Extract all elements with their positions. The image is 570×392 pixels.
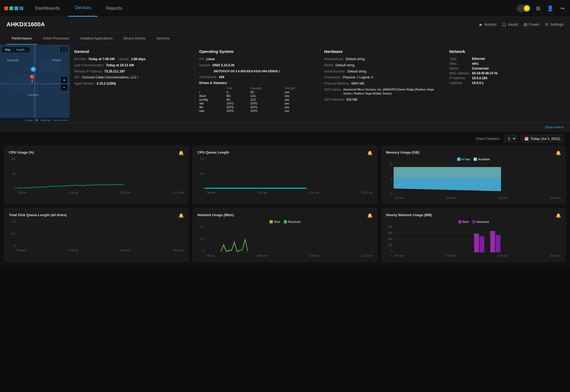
hourly-legend-received: Received <box>472 220 489 223</box>
nav-reports[interactable]: Reports <box>100 0 129 17</box>
arch-value: x64 <box>219 75 224 79</box>
logo-dot-blue1 <box>14 6 18 10</box>
calendar-icon: 📅 <box>524 137 529 141</box>
show-more-bar: Show more ▾ <box>0 123 570 132</box>
last-comm-value: Today at 10:13 AM <box>106 63 134 68</box>
hourly-svg <box>394 226 501 252</box>
grid-icon[interactable]: ⊞ <box>535 4 542 13</box>
tab-device-events[interactable]: Device Events <box>118 32 151 45</box>
svg-rect-34 <box>490 231 495 252</box>
net-legend-sent-label: Sent <box>274 220 280 223</box>
hourly-network-header: Hourly Network Usage (MB) 🔔 <box>386 213 561 218</box>
memory-x-labels: 7:48 am 8:36 am 9:24 am 10:12 am <box>386 197 561 199</box>
date-picker-button[interactable]: 📅 Today (Jul 3, 2022) <box>521 135 564 143</box>
serial-label: Serial Number: <box>324 69 346 74</box>
actions-button[interactable]: ▶ Actions <box>480 22 496 27</box>
map-data-label: Map Data <box>41 119 51 122</box>
hourly-legend-sent-label: Sent <box>463 220 469 223</box>
alias-label: Alias: <box>449 62 470 66</box>
chart-columns-select[interactable]: 3 2 1 <box>504 135 517 142</box>
map-zoom-in[interactable]: + <box>61 77 67 84</box>
general-title: General <box>74 49 190 54</box>
map-google-label: Google <box>25 119 33 122</box>
power-icon: ⏻ <box>524 22 527 27</box>
map-zoom-out[interactable]: − <box>61 84 67 91</box>
agent-label: Agent Version: <box>74 81 95 86</box>
network-usage-wrap: 1.0 0.5 0 <box>197 226 372 253</box>
info-row: Map Satelli... ⛶ 5 Augerville Pioneer 📍 … <box>0 45 570 123</box>
svg-marker-20 <box>394 178 501 191</box>
cpu-queue-bell-icon[interactable]: 🔔 <box>367 150 373 155</box>
memory-value: 6895 MB <box>351 81 364 86</box>
model-value: Default string <box>336 63 355 68</box>
logo <box>4 6 23 10</box>
settings-gear-icon: ⚙ <box>545 22 548 27</box>
chart-columns-label: Chart Columns: <box>476 137 500 141</box>
tab-active-processes[interactable]: Active Processes <box>37 32 75 45</box>
network-usage-svg <box>205 226 312 252</box>
processors-label: Processors: <box>324 75 341 80</box>
nav-devices[interactable]: Devices <box>68 0 97 17</box>
drives-table: Free Capacity Encrypt /03Gyes/boot8G11Gy… <box>199 86 315 113</box>
network-usage-y: 1.0 0.5 0 <box>197 226 205 252</box>
isp-info-icon[interactable]: ℹ <box>137 75 139 79</box>
tab-services[interactable]: Services <box>151 32 175 45</box>
drive-row: /etc107G107Gyes <box>199 101 315 105</box>
cpu-usage-chart-wrap: 100 50 0 <box>9 158 184 191</box>
settings-button[interactable]: ⚙ Settings <box>545 22 564 27</box>
power-button[interactable]: ⏻ Power <box>524 22 540 27</box>
hourly-legend-sent: Sent <box>458 220 469 223</box>
memory-legend: In Use Available <box>386 158 561 161</box>
device-actions: ▶ Actions 🎧 Assist ⏻ Power ⚙ Settings <box>480 22 564 27</box>
map-fullscreen-icon[interactable]: ⛶ <box>60 47 67 52</box>
map-pin: 📍 <box>27 74 37 84</box>
gateway-label: Gateway: <box>449 81 470 85</box>
hourly-network-bell-icon[interactable]: 🔔 <box>556 213 561 218</box>
net-legend-received-label: Received <box>288 220 300 223</box>
legend-in-use: In Use <box>457 158 470 161</box>
map-type-satellite[interactable]: Satelli... <box>13 47 29 52</box>
net-legend-sent: Sent <box>270 220 280 223</box>
device-title: AHKDX1600A <box>6 21 45 28</box>
memory-bell-icon[interactable]: 🔔 <box>556 150 561 155</box>
enrolled-row: Enrolled: Today at 7:48 AM Uptime: 1.86 … <box>74 57 190 61</box>
memory-label: Physical Memory: <box>324 81 350 86</box>
map-footer: Google ⌨ Map Data Terms of Use <box>0 118 70 123</box>
isp-label: ISP: <box>74 75 80 80</box>
device-header: AHKDX1600A ▶ Actions 🎧 Assist ⏻ Power ⚙ … <box>0 17 570 32</box>
status-value: Connected <box>472 67 566 70</box>
alias-value: eth1 <box>472 62 566 66</box>
network-usage-bell-icon[interactable]: 🔔 <box>367 213 373 218</box>
nav-dashboards[interactable]: Dashboards <box>29 0 66 17</box>
disk-queue-bell-icon[interactable]: 🔔 <box>179 213 184 218</box>
show-more-chevron-icon[interactable]: ▾ <box>562 126 564 129</box>
legend-available-dot <box>474 158 477 161</box>
hardware-title: Hardware <box>324 49 441 54</box>
mac-label: MAC Address: <box>449 71 470 75</box>
drive-row: /03Gyes <box>199 90 315 94</box>
svg-rect-15 <box>205 188 307 189</box>
map-type-map[interactable]: Map <box>2 47 13 52</box>
disk-queue-title: Total Disk Queue Length (all disks) <box>9 213 67 217</box>
tab-performance[interactable]: Performance <box>6 32 37 45</box>
status-label: Status: <box>449 67 470 70</box>
hourly-x-labels: 7:48 am8:36 am9:24 am10:12 am <box>386 254 561 257</box>
processors-row: Processors: Physical: 1 Logical: 4 <box>324 75 441 80</box>
tab-installed-applications[interactable]: Installed Applications <box>75 32 118 45</box>
user-icon[interactable]: 👤 <box>546 4 555 13</box>
enrolled-label: Enrolled: <box>74 57 87 61</box>
theme-toggle[interactable]: ☀ <box>517 5 531 12</box>
mac-value: 00-19-0f-46-27-f4 <box>472 71 566 75</box>
ip-value: 10.0.0.184 <box>472 76 566 80</box>
logout-icon[interactable]: ↪ <box>559 4 566 13</box>
cpu-usage-title: CPU Usage (%) <box>9 150 34 154</box>
os-value: Linux <box>206 57 215 61</box>
cpu-usage-bell-icon[interactable]: 🔔 <box>179 150 184 155</box>
disk-queue-x-labels: 7:48 am8:36 am9:24 am10:12 am <box>9 249 184 252</box>
cpu-queue-x-labels: 7:48 am 8:36 am 9:24 am 10:12 am <box>197 191 372 194</box>
assist-button[interactable]: 🎧 Assist <box>502 22 518 27</box>
ip-label: IP Address: <box>449 76 470 80</box>
map-svg <box>0 45 70 123</box>
legend-in-use-dot <box>457 158 460 161</box>
show-more-link[interactable]: Show more <box>545 125 561 129</box>
